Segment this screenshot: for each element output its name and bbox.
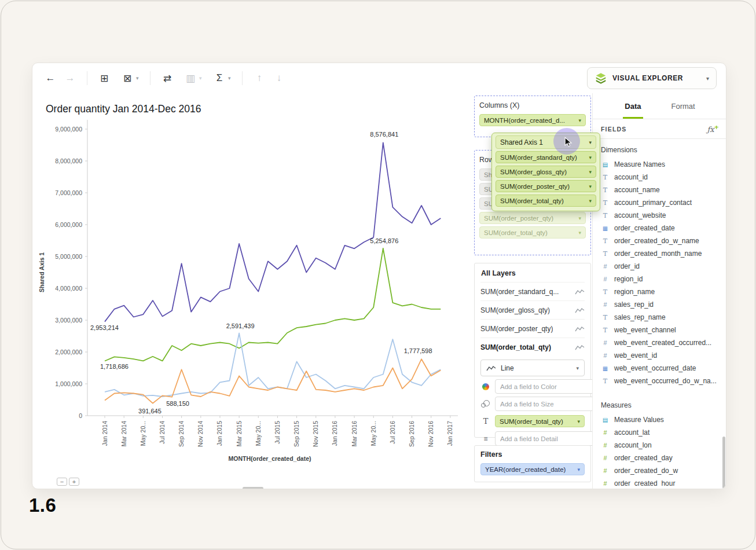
field-item-measure[interactable]: #order_created_do_w [601, 464, 726, 477]
field-item-measure[interactable]: ▤Measure Values [601, 413, 726, 426]
chevron-down-icon[interactable]: ▾ [589, 140, 592, 145]
svg-text:May 20...: May 20... [140, 421, 146, 446]
sidebar-tabs: Data Format [593, 93, 726, 119]
sort-descending-icon[interactable]: ↓ [270, 69, 288, 87]
svg-text:3,000,000: 3,000,000 [55, 317, 82, 324]
chevron-down-icon[interactable]: ▾ [228, 75, 234, 81]
mark-type-select[interactable]: Line ▾ [480, 360, 585, 376]
text-field-pill[interactable]: SUM(order_total_qty) ▾ [495, 415, 585, 427]
layer-row[interactable]: SUM(order_total_qty) [480, 338, 585, 356]
svg-text:Mar 2015: Mar 2015 [236, 421, 243, 447]
chevron-down-icon[interactable]: ▾ [578, 230, 581, 236]
detail-field-input[interactable] [495, 431, 594, 446]
chevron-down-icon[interactable]: ▾ [589, 198, 592, 204]
shared-axis-header[interactable]: Shared Axis 1 ▾ [496, 135, 596, 149]
field-item-dimension[interactable]: ▦order_created_date [601, 222, 726, 234]
shared-axis-field-pill[interactable]: SUM(order_poster_qty)▾ [496, 180, 596, 192]
zoom-out-button[interactable]: − [57, 478, 67, 486]
svg-text:May 20...: May 20... [255, 421, 262, 446]
field-item-dimension[interactable]: Taccount_primary_contact [601, 196, 726, 209]
field-item-measure[interactable]: #account_lat [601, 426, 726, 439]
layer-row[interactable]: SUM(order_poster_qty) [480, 319, 585, 338]
layer-row[interactable]: SUM(order_standard_q... [480, 282, 585, 300]
fields-bar: FIELDS ƒx+ [593, 119, 726, 139]
chart-type-icon[interactable]: ▥ [182, 69, 199, 87]
order-quantity-line-chart[interactable]: 01,000,0002,000,0003,000,0004,000,0005,0… [32, 93, 490, 468]
tab-format[interactable]: Format [670, 93, 697, 119]
field-item-dimension[interactable]: #order_id [601, 260, 726, 273]
chevron-down-icon[interactable]: ▾ [136, 75, 142, 81]
chevron-down-icon: ▾ [576, 365, 579, 371]
field-item-dimension[interactable]: Tsales_rep_name [601, 311, 726, 324]
version-label: 1.6 [29, 494, 56, 516]
field-item-dimension[interactable]: #sales_rep_id [601, 298, 726, 311]
field-item-measure[interactable]: #order_created_hour [601, 477, 726, 486]
color-field-icon [480, 383, 491, 390]
cursor-arrow-icon [563, 136, 574, 148]
rows-field-pill[interactable]: SUM(order_poster_qty)▾ [479, 212, 586, 224]
duplicate-viz-icon[interactable]: ⊞ [96, 69, 113, 87]
line-mark-icon [575, 307, 585, 314]
field-item-dimension[interactable]: #web_event_id [601, 349, 726, 362]
field-item-dimension[interactable]: Torder_created_month_name [601, 247, 726, 260]
special-type-icon: ▤ [601, 417, 610, 423]
columns-field-pill[interactable]: MONTH(order_created_d... ▾ [479, 114, 586, 126]
field-item-dimension[interactable]: #region_id [601, 273, 726, 285]
svg-text:8,576,841: 8,576,841 [370, 131, 398, 138]
text-type-icon: T [601, 327, 610, 334]
chevron-down-icon[interactable]: ▾ [577, 467, 580, 472]
back-icon[interactable]: ← [42, 69, 59, 87]
field-item-dimension[interactable]: Taccount_name [601, 184, 726, 196]
all-layers-title: All Layers [480, 264, 585, 282]
color-field-input[interactable] [495, 379, 594, 394]
field-item-dimension[interactable]: Tweb_event_channel [601, 324, 726, 336]
chevron-down-icon[interactable]: ▾ [589, 169, 592, 175]
text-type-icon: T [601, 314, 610, 321]
number-type-icon: # [601, 480, 610, 486]
sidebar-scrollbar[interactable] [722, 437, 725, 489]
field-item-dimension[interactable]: Taccount_id [601, 171, 726, 184]
forward-icon[interactable]: → [61, 69, 79, 87]
tab-data[interactable]: Data [623, 93, 643, 119]
visual-explorer-button[interactable]: VISUAL EXPLORER ▾ [587, 67, 717, 89]
shared-axis-field-pill[interactable]: SUM(order_gloss_qty)▾ [496, 166, 596, 178]
layer-row[interactable]: SUM(order_gloss_qty) [480, 300, 585, 319]
line-mark-icon [575, 344, 585, 351]
field-item-dimension[interactable]: Tregion_name [601, 285, 726, 298]
rows-field-pill[interactable]: SUM(order_total_qty)▾ [479, 226, 586, 239]
chevron-down-icon[interactable]: ▾ [589, 184, 592, 189]
svg-text:6,000,000: 6,000,000 [55, 221, 82, 228]
add-formula-icon[interactable]: ƒx+ [707, 124, 719, 134]
shared-axis-field-pill[interactable]: SUM(order_standard_qty)▾ [496, 151, 596, 163]
field-item-dimension[interactable]: Taccount_website [601, 209, 726, 222]
sort-ascending-icon[interactable]: ↑ [251, 69, 268, 87]
svg-text:May 20...: May 20... [370, 421, 377, 446]
chevron-down-icon[interactable]: ▾ [578, 118, 581, 123]
date-type-icon: ▦ [601, 225, 610, 232]
filter-field-pill[interactable]: YEAR(order_created_date) ▾ [480, 463, 585, 475]
chevron-down-icon[interactable]: ▾ [578, 215, 581, 221]
aggregate-sigma-icon[interactable]: Σ [211, 69, 228, 87]
svg-text:5,000,000: 5,000,000 [55, 253, 82, 260]
chart-horizontal-scrollbar[interactable] [243, 487, 263, 489]
chevron-down-icon[interactable]: ▾ [589, 155, 592, 160]
clear-viz-icon[interactable]: ⊠ [119, 69, 136, 87]
field-item-measure[interactable]: #account_lon [601, 439, 726, 452]
svg-text:Jan 2017: Jan 2017 [446, 421, 453, 446]
field-item-dimension[interactable]: #web_event_created_occurred... [601, 336, 726, 349]
field-item-dimension[interactable]: ▤Measure Names [601, 158, 726, 171]
field-item-dimension[interactable]: ▦web_event_occurred_date [601, 362, 726, 375]
svg-text:Nov 2014: Nov 2014 [197, 421, 204, 447]
number-type-icon: # [601, 442, 610, 449]
size-field-input[interactable] [495, 397, 594, 411]
shared-axis-field-pill[interactable]: SUM(order_total_qty)▾ [496, 195, 596, 207]
chevron-down-icon[interactable]: ▾ [577, 419, 580, 424]
swap-axes-icon[interactable]: ⇄ [159, 69, 176, 87]
zoom-in-button[interactable]: + [69, 478, 79, 486]
text-type-icon: T [601, 250, 610, 258]
svg-text:2,000,000: 2,000,000 [55, 349, 82, 355]
svg-text:Shared Axis 1: Shared Axis 1 [38, 252, 45, 292]
field-item-dimension[interactable]: Torder_created_do_w_name [601, 234, 726, 247]
field-item-dimension[interactable]: Tweb_event_occurred_do_w_na... [601, 375, 726, 387]
field-item-measure[interactable]: #order_created_day [601, 452, 726, 464]
